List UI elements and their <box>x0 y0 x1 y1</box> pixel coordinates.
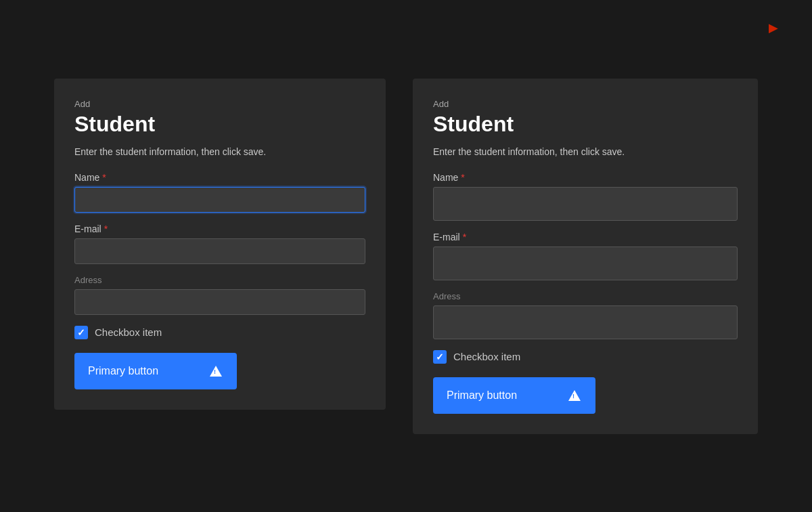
left-warning-icon <box>208 364 223 379</box>
left-name-input[interactable] <box>74 187 365 213</box>
left-checkbox-row: ✓ Checkbox item <box>74 326 365 339</box>
left-name-required: * <box>102 172 106 183</box>
left-button-label: Primary button <box>88 365 158 377</box>
right-name-field-group: Name * <box>433 172 738 221</box>
right-email-required: * <box>463 232 466 242</box>
left-name-field-group: Name * <box>74 172 365 213</box>
right-address-label: Adress <box>433 291 738 301</box>
right-checkmark-icon: ✓ <box>436 352 444 362</box>
left-email-field-group: E-mail * <box>74 223 365 264</box>
left-checkbox[interactable]: ✓ <box>74 326 88 339</box>
left-description: Enter the student information, then clic… <box>74 146 365 157</box>
left-email-required: * <box>104 223 108 234</box>
corner-arrow-icon: ▶ <box>769 20 778 35</box>
right-warning-triangle <box>568 390 581 401</box>
right-name-label: Name * <box>433 172 738 183</box>
left-title: Student <box>74 112 365 137</box>
left-address-label: Adress <box>74 275 365 285</box>
right-address-field-group: Adress <box>433 291 738 339</box>
right-button-label: Primary button <box>447 389 517 402</box>
right-warning-icon <box>567 388 582 403</box>
left-checkbox-label: Checkbox item <box>95 326 162 338</box>
right-checkbox-row: ✓ Checkbox item <box>433 350 738 364</box>
right-form-card: Add Student Enter the student informatio… <box>413 79 758 434</box>
forms-container: Add Student Enter the student informatio… <box>54 79 758 434</box>
left-email-input[interactable] <box>74 238 365 264</box>
right-name-required: * <box>461 172 464 183</box>
right-subtitle: Add <box>433 99 738 109</box>
left-email-label: E-mail * <box>74 223 365 234</box>
left-subtitle: Add <box>74 99 365 109</box>
left-address-field-group: Adress <box>74 275 365 315</box>
right-name-input[interactable] <box>433 187 738 221</box>
right-checkbox-label: Checkbox item <box>453 351 520 362</box>
right-title: Student <box>433 112 738 137</box>
right-checkbox[interactable]: ✓ <box>433 350 447 364</box>
left-warning-triangle <box>210 366 222 377</box>
left-address-input[interactable] <box>74 289 365 315</box>
right-address-input[interactable] <box>433 305 738 339</box>
left-name-label: Name * <box>74 172 365 183</box>
left-form-card: Add Student Enter the student informatio… <box>54 79 386 410</box>
right-email-field-group: E-mail * <box>433 232 738 280</box>
right-email-label: E-mail * <box>433 232 738 242</box>
right-primary-button[interactable]: Primary button <box>433 377 595 414</box>
left-checkmark-icon: ✓ <box>77 328 85 337</box>
right-description: Enter the student information, then clic… <box>433 146 738 157</box>
left-primary-button[interactable]: Primary button <box>74 353 237 389</box>
right-email-input[interactable] <box>433 247 738 280</box>
